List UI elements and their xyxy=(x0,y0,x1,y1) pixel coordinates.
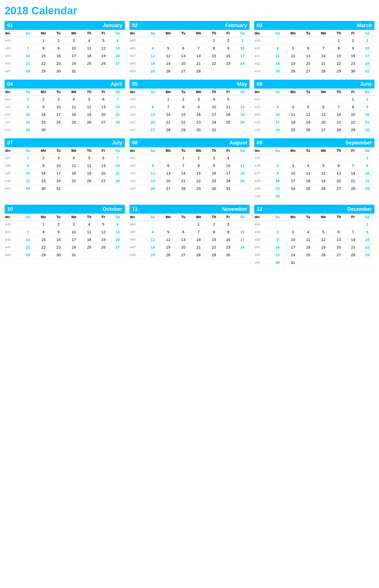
col-header-sa: Sa xyxy=(110,30,125,37)
day-cell: 5 xyxy=(96,220,110,228)
month-block-07: 07JulyWnSuMoTuWeThFrSaw271234567w2889101… xyxy=(5,138,125,200)
day-cell xyxy=(82,67,96,75)
day-cell: 15 xyxy=(207,52,221,60)
week-row: w32567891011 xyxy=(129,162,250,169)
day-cell: 3 xyxy=(270,103,285,111)
week-number: w22 xyxy=(254,95,270,103)
day-cell xyxy=(301,192,315,200)
day-cell: 15 xyxy=(21,111,35,118)
day-cell: 13 xyxy=(176,52,190,60)
week-row: w0528293031 xyxy=(5,67,125,75)
day-cell: 7 xyxy=(176,162,190,169)
day-cell: 17 xyxy=(285,177,301,185)
week-row: w2517181920212223 xyxy=(254,118,374,126)
day-cell: 5 xyxy=(301,103,315,111)
day-cell: 26 xyxy=(235,118,250,126)
day-cell: 23 xyxy=(51,243,66,251)
week-number: w06 xyxy=(129,44,146,52)
week-number: w23 xyxy=(254,103,270,111)
day-cell: 3 xyxy=(285,162,301,169)
day-cell: 4 xyxy=(145,44,160,52)
day-cell: 2 xyxy=(51,220,66,228)
day-cell: 7 xyxy=(346,162,360,169)
col-header-su: Su xyxy=(270,147,285,154)
col-header-tu: Tu xyxy=(176,214,190,220)
day-cell: 17 xyxy=(207,111,221,118)
day-cell: 18 xyxy=(301,243,315,251)
col-header-wn: Wn xyxy=(5,89,21,95)
col-header-th: Th xyxy=(332,214,346,220)
day-cell xyxy=(235,126,250,134)
col-header-mo: Mo xyxy=(285,147,301,154)
day-cell: 11 xyxy=(285,111,301,118)
day-cell: 9 xyxy=(190,103,207,111)
week-number: w44 xyxy=(5,251,21,259)
week-number: w39 xyxy=(254,185,270,192)
day-cell: 11 xyxy=(145,236,160,243)
day-cell: 18 xyxy=(66,111,82,118)
week-row: w2120212223242526 xyxy=(129,118,250,126)
day-cell: 28 xyxy=(190,251,207,259)
day-cell xyxy=(315,220,332,228)
day-cell xyxy=(145,220,160,228)
week-number: w15 xyxy=(5,103,21,111)
day-cell: 28 xyxy=(110,118,125,126)
day-cell: 27 xyxy=(96,177,110,185)
day-cell: 28 xyxy=(176,185,190,192)
week-number: w01 xyxy=(5,37,21,44)
col-header-mo: Mo xyxy=(160,214,176,220)
day-cell: 4 xyxy=(301,228,315,236)
day-cell: 2 xyxy=(207,220,221,228)
month-header-06: 06June xyxy=(254,80,374,89)
col-header-sa: Sa xyxy=(110,214,125,220)
day-cell xyxy=(176,37,190,44)
week-number: w49 xyxy=(254,228,270,236)
day-cell: 3 xyxy=(66,220,82,228)
cal-table-12: WnSuMoTuWeThFrSaw481w492345678w509101112… xyxy=(254,214,374,266)
day-cell: 14 xyxy=(346,236,360,243)
week-number: w24 xyxy=(254,111,270,118)
month-name-04: April xyxy=(111,81,122,87)
month-num-10: 10 xyxy=(7,206,13,212)
day-cell: 21 xyxy=(346,177,360,185)
day-cell: 28 xyxy=(346,251,360,259)
col-header-we: We xyxy=(66,89,82,95)
day-cell: 12 xyxy=(235,103,250,111)
day-cell: 28 xyxy=(346,185,360,192)
day-cell: 8 xyxy=(332,44,346,52)
week-number: w27 xyxy=(5,154,21,162)
day-cell: 18 xyxy=(145,60,160,67)
day-cell: 18 xyxy=(66,169,82,177)
col-header-th: Th xyxy=(207,89,221,95)
day-cell: 15 xyxy=(346,111,360,118)
week-row: w31293031 xyxy=(5,185,125,192)
week-number: w22 xyxy=(129,126,146,134)
week-row: w2915161718192021 xyxy=(5,169,125,177)
day-cell: 25 xyxy=(285,126,301,134)
day-cell: 3 xyxy=(51,154,66,162)
month-num-06: 06 xyxy=(257,81,262,87)
week-number: w32 xyxy=(129,162,146,169)
day-cell: 13 xyxy=(110,44,125,52)
day-cell: 8 xyxy=(190,162,207,169)
day-cell: 18 xyxy=(301,177,315,185)
day-cell: 20 xyxy=(110,236,125,243)
day-cell: 16 xyxy=(221,52,235,60)
col-header-mo: Mo xyxy=(285,30,301,37)
day-cell: 25 xyxy=(82,243,96,251)
day-cell: 2 xyxy=(360,95,374,103)
col-header-wn: Wn xyxy=(129,147,146,154)
week-row: w4030 xyxy=(254,192,374,200)
week-row: w0645678910 xyxy=(129,44,250,52)
day-cell xyxy=(315,37,332,44)
col-header-tu: Tu xyxy=(176,89,190,95)
day-cell xyxy=(301,220,315,228)
day-cell: 25 xyxy=(270,67,285,75)
day-cell: 14 xyxy=(21,52,35,60)
day-cell: 9 xyxy=(270,236,285,243)
day-cell: 27 xyxy=(160,185,176,192)
day-cell: 26 xyxy=(285,67,301,75)
week-row: w141234567 xyxy=(5,95,125,103)
day-cell: 29 xyxy=(176,126,190,134)
day-cell: 25 xyxy=(301,185,315,192)
